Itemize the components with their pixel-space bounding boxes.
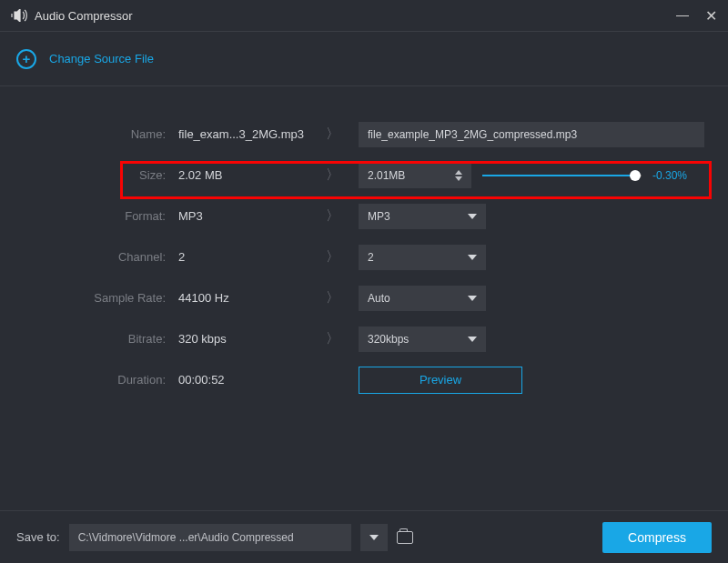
label-format: Format: — [16, 209, 166, 223]
label-bitrate: Bitrate: — [16, 332, 166, 346]
save-path-text: C:\Vidmore\Vidmore ...er\Audio Compresse… — [78, 531, 294, 544]
label-channel: Channel: — [16, 250, 166, 264]
save-path-field[interactable]: C:\Vidmore\Vidmore ...er\Audio Compresse… — [69, 524, 351, 551]
row-channel: Channel: 2 〉 2 — [16, 236, 712, 277]
titlebar: Audio Compressor — ✕ — [0, 0, 728, 32]
chevron-down-icon — [468, 214, 477, 219]
arrow-icon: 〉 — [326, 166, 359, 184]
change-source-label: Change Source File — [49, 52, 154, 65]
row-size: Size: 2.02 MB 〉 2.01MB -0.30% — [16, 155, 712, 196]
orig-format: MP3 — [166, 209, 326, 223]
arrow-icon: 〉 — [326, 248, 359, 266]
preview-label: Preview — [420, 373, 461, 387]
chevron-down-icon — [468, 337, 477, 342]
chevron-down-icon — [369, 535, 379, 540]
orig-duration: 00:00:52 — [166, 373, 326, 387]
slider-thumb[interactable] — [630, 170, 641, 181]
app-logo-icon — [11, 9, 27, 22]
arrow-icon: 〉 — [326, 330, 359, 347]
orig-channel: 2 — [166, 250, 326, 264]
channel-select[interactable]: 2 — [359, 245, 486, 270]
row-name: Name: file_exam...3_2MG.mp3 〉 file_examp… — [16, 114, 712, 155]
row-bitrate: Bitrate: 320 kbps 〉 320kbps — [16, 318, 712, 359]
change-source-row[interactable]: + Change Source File — [0, 32, 728, 86]
close-button[interactable]: ✕ — [705, 7, 717, 25]
bitrate-select[interactable]: 320kbps — [359, 327, 486, 352]
save-to-label: Save to: — [16, 530, 60, 544]
chevron-down-icon — [468, 255, 477, 260]
format-value: MP3 — [368, 210, 390, 223]
row-duration: Duration: 00:00:52 Preview — [16, 359, 712, 400]
row-format: Format: MP3 〉 MP3 — [16, 196, 712, 236]
settings-form: Name: file_exam...3_2MG.mp3 〉 file_examp… — [0, 86, 728, 400]
preview-button[interactable]: Preview — [359, 367, 522, 394]
size-change-percent: -0.30% — [652, 169, 702, 182]
output-name-text: file_example_MP3_2MG_compressed.mp3 — [368, 128, 577, 141]
save-path-dropdown[interactable] — [360, 524, 388, 551]
row-samplerate: Sample Rate: 44100 Hz 〉 Auto — [16, 277, 712, 318]
chevron-down-icon — [468, 296, 477, 301]
orig-size: 2.02 MB — [166, 168, 326, 182]
orig-bitrate: 320 kbps — [166, 332, 326, 346]
label-duration: Duration: — [16, 373, 166, 387]
channel-value: 2 — [368, 251, 374, 264]
arrow-icon: 〉 — [326, 289, 359, 307]
compress-button[interactable]: Compress — [602, 522, 712, 553]
folder-icon — [397, 531, 413, 544]
minimize-button[interactable]: — — [676, 7, 689, 25]
size-slider[interactable] — [482, 169, 642, 182]
output-size-value: 2.01MB — [368, 169, 405, 182]
spinner-buttons[interactable] — [455, 170, 462, 181]
footer: Save to: C:\Vidmore\Vidmore ...er\Audio … — [0, 510, 728, 563]
format-select[interactable]: MP3 — [359, 204, 486, 229]
label-name: Name: — [16, 127, 166, 141]
arrow-icon: 〉 — [326, 207, 359, 225]
label-size: Size: — [16, 168, 166, 182]
output-size-spinner[interactable]: 2.01MB — [359, 163, 471, 188]
label-samplerate: Sample Rate: — [16, 291, 166, 305]
orig-samplerate: 44100 Hz — [166, 291, 326, 305]
open-folder-button[interactable] — [397, 531, 413, 544]
plus-circle-icon: + — [16, 49, 36, 69]
samplerate-value: Auto — [368, 292, 390, 305]
app-title: Audio Compressor — [35, 9, 133, 23]
spin-down-icon[interactable] — [455, 176, 462, 181]
orig-name: file_exam...3_2MG.mp3 — [166, 127, 326, 141]
spin-up-icon[interactable] — [455, 170, 462, 175]
compress-label: Compress — [628, 530, 686, 545]
output-name-input[interactable]: file_example_MP3_2MG_compressed.mp3 — [359, 122, 704, 147]
bitrate-value: 320kbps — [368, 333, 409, 346]
arrow-icon: 〉 — [326, 126, 359, 143]
samplerate-select[interactable]: Auto — [359, 286, 486, 311]
